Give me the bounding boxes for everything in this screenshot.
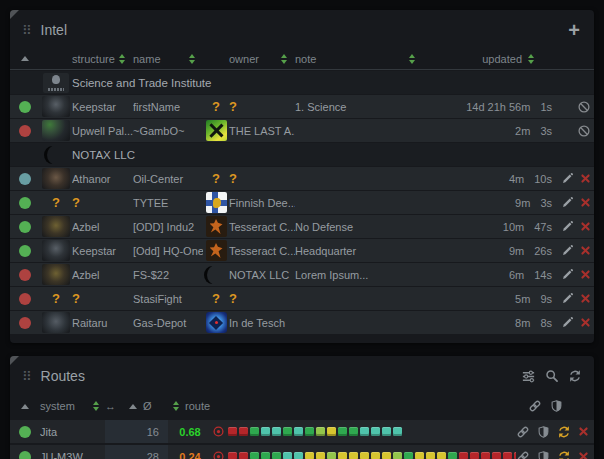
route-segment[interactable]	[437, 452, 446, 459]
intel-row[interactable]: Keepstar[Odd] HQ-OneTesseract C...Headqu…	[10, 239, 594, 262]
route-segment[interactable]	[371, 452, 380, 459]
delete-icon[interactable]	[580, 197, 591, 208]
intel-row[interactable]: ??TYTEEFinnish Dee...9m3s	[10, 191, 594, 214]
route-segment[interactable]	[415, 452, 424, 459]
sort-asc-indicator[interactable]	[10, 404, 40, 409]
route-segment[interactable]	[327, 452, 336, 459]
column-header-system[interactable]: system	[40, 400, 105, 412]
intel-row[interactable]: AthanorOil-Center??4m10s	[10, 167, 594, 190]
column-header-avg-sec[interactable]: Ø	[143, 400, 185, 412]
delete-icon[interactable]	[580, 293, 591, 304]
edit-icon[interactable]	[561, 244, 574, 257]
shield-icon[interactable]	[537, 450, 550, 459]
route-segment[interactable]	[228, 452, 237, 459]
route-segment[interactable]	[503, 452, 512, 459]
route-segment[interactable]	[470, 452, 479, 459]
route-segment[interactable]	[360, 427, 369, 436]
edit-icon[interactable]	[561, 268, 574, 281]
updated-time: 9m26s	[423, 245, 560, 257]
delete-icon[interactable]	[580, 317, 591, 328]
delete-icon[interactable]	[580, 221, 591, 232]
drag-handle-icon[interactable]: ⠿	[22, 23, 32, 38]
route-segment[interactable]	[283, 452, 292, 459]
add-intel-button[interactable]: +	[566, 23, 582, 37]
route-segment[interactable]	[239, 427, 248, 436]
route-segment[interactable]	[261, 452, 270, 459]
route-segment[interactable]	[250, 452, 259, 459]
route-segment[interactable]	[294, 427, 303, 436]
search-icon[interactable]	[545, 369, 559, 383]
intel-row[interactable]: Upwell Pal...~GambO~THE LAST A...2m3s	[10, 119, 594, 142]
route-segment[interactable]	[426, 452, 435, 459]
edit-icon[interactable]	[561, 172, 574, 185]
route-segment[interactable]	[305, 427, 314, 436]
intel-row[interactable]: AzbelFS-$22NOTAX LLCLorem Ipsum...6m14s	[10, 263, 594, 286]
structure-type: ?	[72, 196, 133, 209]
intel-row[interactable]: KeepstarfirstName??1. Science14d 21h 56m…	[10, 95, 594, 118]
route-segment[interactable]	[261, 427, 270, 436]
route-segment[interactable]	[393, 452, 402, 459]
route-segment[interactable]	[316, 452, 325, 459]
delete-icon[interactable]	[580, 269, 591, 280]
column-header-jumps[interactable]: ↔	[105, 400, 143, 412]
column-header-owner[interactable]: owner	[229, 53, 295, 65]
edit-icon[interactable]	[561, 196, 574, 209]
route-row[interactable]: JU-M3W280.24	[10, 445, 594, 459]
route-segment[interactable]	[272, 452, 281, 459]
route-segment[interactable]	[382, 452, 391, 459]
settings-icon[interactable]	[521, 369, 536, 384]
link-icon[interactable]	[528, 399, 542, 413]
structure-thumbnail	[42, 120, 70, 141]
column-header-updated[interactable]: updated	[423, 53, 560, 65]
route-row[interactable]: Jita160.68	[10, 420, 594, 443]
shield-icon[interactable]	[550, 399, 563, 413]
route-segment[interactable]	[250, 427, 259, 436]
column-header-note[interactable]: note	[295, 53, 423, 65]
intel-row[interactable]: Azbel[ODD] Indu2Tesseract C...No Defense…	[10, 215, 594, 238]
intel-group-row[interactable]: NOTAX LLC	[10, 143, 594, 166]
route-segment[interactable]	[492, 452, 501, 459]
route-segment[interactable]	[228, 427, 237, 436]
delete-icon[interactable]	[580, 173, 591, 184]
route-segment[interactable]	[382, 427, 391, 436]
link-icon[interactable]	[516, 450, 530, 459]
route-segment[interactable]	[272, 427, 281, 436]
route-segment[interactable]	[393, 427, 402, 436]
route-segment[interactable]	[305, 452, 314, 459]
edit-icon[interactable]	[561, 316, 574, 329]
edit-icon[interactable]	[561, 292, 574, 305]
drag-handle-icon[interactable]: ⠿	[22, 369, 32, 384]
route-segment[interactable]	[338, 452, 347, 459]
route-segment[interactable]	[349, 452, 358, 459]
delete-icon[interactable]	[580, 245, 591, 256]
route-segment[interactable]	[239, 452, 248, 459]
updated-time: 9m3s	[423, 197, 560, 209]
refresh-icon[interactable]	[557, 450, 571, 459]
delete-icon[interactable]	[578, 426, 589, 437]
route-segment[interactable]	[459, 452, 468, 459]
intel-row[interactable]: RaitaruGas-DepotIn de Tesch8m8s	[10, 311, 594, 334]
refresh-icon[interactable]	[557, 425, 571, 439]
column-header-name[interactable]: name	[133, 53, 203, 65]
route-segment[interactable]	[481, 452, 490, 459]
route-segment[interactable]	[283, 427, 292, 436]
intel-group-row[interactable]: Science and Trade Institute	[10, 71, 594, 94]
column-header-structure[interactable]: structure	[72, 53, 133, 65]
route-segment[interactable]	[349, 427, 358, 436]
route-segment[interactable]	[404, 452, 413, 459]
route-segment[interactable]	[448, 452, 457, 459]
route-segment[interactable]	[338, 427, 347, 436]
owner-name: ?	[229, 172, 295, 185]
route-segment[interactable]	[294, 452, 303, 459]
route-segment[interactable]	[327, 427, 336, 436]
sort-asc-indicator[interactable]	[10, 56, 40, 61]
route-segment[interactable]	[316, 427, 325, 436]
route-segment[interactable]	[371, 427, 380, 436]
link-icon[interactable]	[516, 425, 530, 439]
intel-row[interactable]: ??StasiFight??5m9s	[10, 287, 594, 310]
route-segment[interactable]	[360, 452, 369, 459]
refresh-icon[interactable]	[568, 369, 582, 383]
shield-icon[interactable]	[537, 425, 550, 439]
edit-icon[interactable]	[561, 220, 574, 233]
delete-icon[interactable]	[578, 451, 589, 459]
